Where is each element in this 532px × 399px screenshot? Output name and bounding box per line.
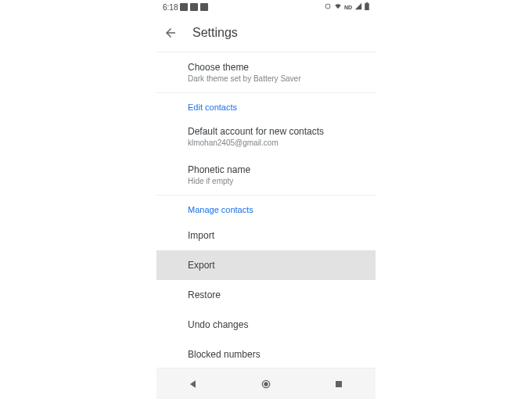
- back-arrow-icon: [164, 26, 178, 40]
- nav-back-icon: [188, 379, 199, 390]
- default-account-title: Default account for new contacts: [188, 126, 344, 137]
- import-item[interactable]: Import: [156, 221, 376, 250]
- nav-recent-icon: [334, 379, 343, 389]
- svg-point-3: [264, 382, 268, 386]
- nav-recent-button[interactable]: [325, 370, 353, 398]
- blocked-numbers-label: Blocked numbers: [188, 349, 344, 360]
- notif-icon-1: [180, 3, 188, 11]
- edit-contacts-header: Edit contacts: [156, 93, 376, 118]
- phonetic-name-title: Phonetic name: [188, 164, 344, 175]
- default-account-sub: klmohan2405@gmail.com: [188, 138, 344, 147]
- nav-home-button[interactable]: [252, 370, 280, 398]
- app-header: Settings: [156, 14, 376, 52]
- status-bar: 6:18 ND: [156, 0, 376, 14]
- settings-list: Choose theme Dark theme set by Battery S…: [156, 52, 376, 368]
- restore-item[interactable]: Restore: [156, 280, 376, 310]
- manage-contacts-header: Manage contacts: [156, 196, 376, 221]
- signal-icon: [354, 2, 362, 12]
- alarm-icon: [324, 2, 332, 12]
- battery-icon: [365, 2, 369, 12]
- phonetic-name-sub: Hide if empty: [188, 177, 344, 185]
- phone-frame: 6:18 ND Settings: [156, 0, 376, 399]
- android-nav-bar: [156, 368, 376, 399]
- export-label: Export: [188, 260, 344, 271]
- back-button[interactable]: [160, 22, 182, 44]
- status-time: 6:18: [163, 3, 178, 12]
- restore-label: Restore: [188, 289, 344, 300]
- import-label: Import: [188, 230, 344, 241]
- undo-changes-label: Undo changes: [188, 319, 344, 330]
- notif-icon-2: [190, 3, 198, 11]
- wifi-icon: [334, 2, 342, 12]
- choose-theme-item[interactable]: Choose theme Dark theme set by Battery S…: [156, 52, 376, 92]
- svg-rect-4: [336, 381, 342, 387]
- choose-theme-title: Choose theme: [188, 62, 344, 73]
- svg-rect-0: [365, 3, 369, 10]
- notif-icon-3: [200, 3, 208, 11]
- default-account-item[interactable]: Default account for new contacts klmohan…: [156, 118, 376, 155]
- nav-home-icon: [260, 378, 272, 390]
- export-item[interactable]: Export: [156, 250, 376, 280]
- choose-theme-sub: Dark theme set by Battery Saver: [188, 74, 344, 83]
- blocked-numbers-item[interactable]: Blocked numbers: [156, 340, 376, 368]
- nd-label: ND: [344, 5, 352, 10]
- svg-rect-1: [366, 2, 368, 3]
- phonetic-name-item[interactable]: Phonetic name Hide if empty: [156, 155, 376, 195]
- page-title: Settings: [192, 26, 238, 40]
- undo-changes-item[interactable]: Undo changes: [156, 310, 376, 340]
- nav-back-button[interactable]: [179, 370, 207, 398]
